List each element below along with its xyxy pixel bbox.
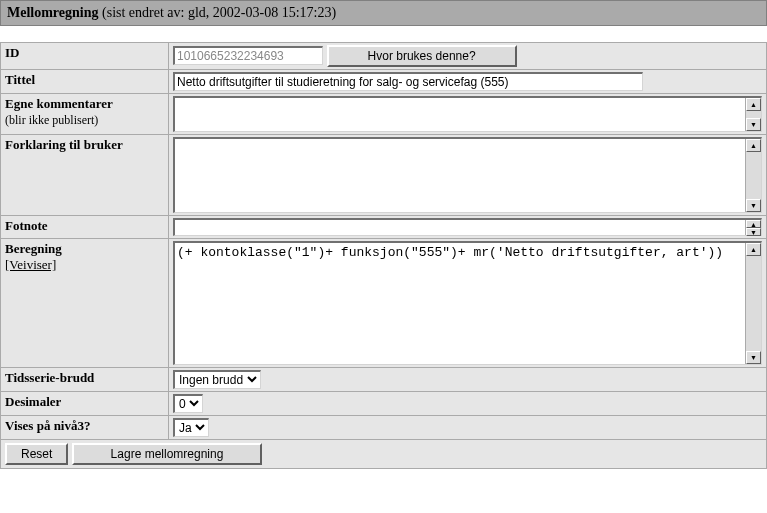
header-meta: (sist endret av: gld, 2002-03-08 15:17:2… xyxy=(102,5,336,20)
scroll-down-icon[interactable]: ▼ xyxy=(746,199,761,212)
button-row: Reset Lagre mellomregning xyxy=(0,440,767,469)
id-label: ID xyxy=(1,43,169,70)
lagre-button[interactable]: Lagre mellomregning xyxy=(72,443,262,465)
scroll-down-icon[interactable]: ▼ xyxy=(746,228,761,236)
desimaler-select[interactable]: 0 xyxy=(173,394,203,413)
kommentarer-label: Egne kommentarer (blir ikke publisert) xyxy=(1,94,169,135)
fotnote-cell: ▲ ▼ xyxy=(169,216,767,239)
scroll-up-icon[interactable]: ▲ xyxy=(746,139,761,152)
niva3-select[interactable]: Ja xyxy=(173,418,209,437)
tittel-input[interactable] xyxy=(173,72,643,91)
scroll-down-icon[interactable]: ▼ xyxy=(746,118,761,131)
niva3-cell: Ja xyxy=(169,416,767,440)
tittel-label: Tittel xyxy=(1,70,169,94)
header-title: Mellomregning xyxy=(7,5,99,20)
scrollbar[interactable]: ▲ ▼ xyxy=(745,220,761,235)
scroll-up-icon[interactable]: ▲ xyxy=(746,98,761,111)
id-cell: Hvor brukes denne? xyxy=(169,43,767,70)
beregning-label: Beregning [Veiviser] xyxy=(1,239,169,368)
form-table: ID Hvor brukes denne? Tittel Egne kommen… xyxy=(0,42,767,440)
scroll-up-icon[interactable]: ▲ xyxy=(746,220,761,228)
scrollbar[interactable]: ▲ ▼ xyxy=(745,98,761,131)
tidsserie-label: Tidsserie-brudd xyxy=(1,368,169,392)
fotnote-label: Fotnote xyxy=(1,216,169,239)
id-input[interactable] xyxy=(173,46,323,65)
forklaring-textarea[interactable]: ▲ ▼ xyxy=(173,137,762,213)
veiviser-link[interactable]: [Veiviser] xyxy=(5,257,56,272)
desimaler-label: Desimaler xyxy=(1,392,169,416)
fotnote-textarea[interactable]: ▲ ▼ xyxy=(173,218,762,236)
kommentarer-textarea[interactable]: ▲ ▼ xyxy=(173,96,762,132)
beregning-textarea[interactable]: (+ kontoklasse("1")+ funksjon("555")+ mr… xyxy=(173,241,762,365)
tidsserie-cell: Ingen brudd xyxy=(169,368,767,392)
scroll-up-icon[interactable]: ▲ xyxy=(746,243,761,256)
forklaring-label: Forklaring til bruker xyxy=(1,135,169,216)
beregning-cell: (+ kontoklasse("1")+ funksjon("555")+ mr… xyxy=(169,239,767,368)
tidsserie-select[interactable]: Ingen brudd xyxy=(173,370,261,389)
niva3-label: Vises på nivå3? xyxy=(1,416,169,440)
scrollbar[interactable]: ▲ ▼ xyxy=(745,139,761,212)
kommentarer-cell: ▲ ▼ xyxy=(169,94,767,135)
forklaring-cell: ▲ ▼ xyxy=(169,135,767,216)
scroll-down-icon[interactable]: ▼ xyxy=(746,351,761,364)
page-header: Mellomregning (sist endret av: gld, 2002… xyxy=(0,0,767,26)
where-used-button[interactable]: Hvor brukes denne? xyxy=(327,45,517,67)
desimaler-cell: 0 xyxy=(169,392,767,416)
scrollbar[interactable]: ▲ ▼ xyxy=(745,243,761,364)
reset-button[interactable]: Reset xyxy=(5,443,68,465)
tittel-cell xyxy=(169,70,767,94)
